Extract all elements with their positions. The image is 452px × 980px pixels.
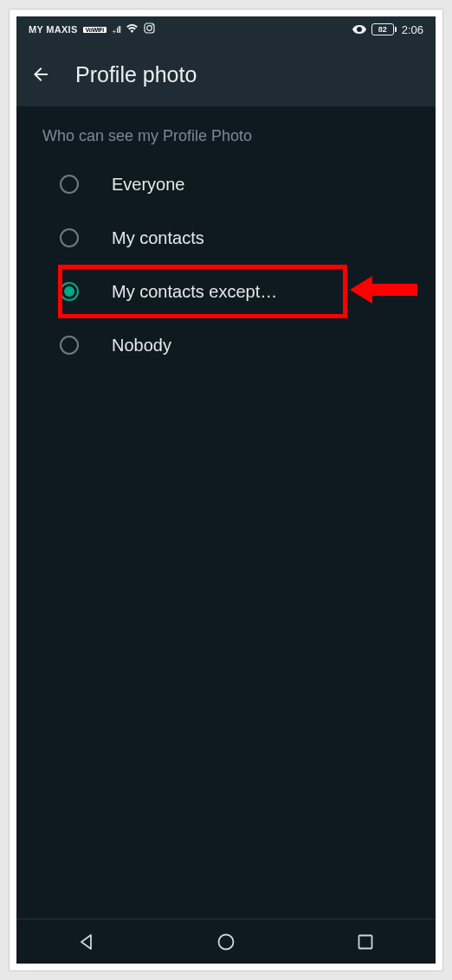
- radio-icon: [60, 228, 79, 247]
- wifi-icon: [126, 23, 139, 36]
- svg-point-1: [147, 26, 152, 31]
- clock: 2:06: [402, 23, 423, 36]
- option-label: Everyone: [112, 175, 185, 195]
- option-my-contacts[interactable]: My contacts: [30, 211, 422, 265]
- nav-home-button[interactable]: [191, 925, 261, 959]
- phone-frame: MY MAXIS VoWiFi ₊ıll 82 2:06: [9, 9, 443, 971]
- content: Who can see my Profile Photo Everyone My…: [16, 106, 436, 372]
- svg-rect-6: [359, 935, 372, 948]
- status-right: 82 2:06: [352, 23, 423, 36]
- back-button[interactable]: [30, 64, 51, 85]
- option-my-contacts-except[interactable]: My contacts except…: [30, 265, 422, 318]
- triangle-back-icon: [77, 932, 96, 951]
- nav-recent-button[interactable]: [331, 925, 400, 959]
- option-label: My contacts: [112, 228, 204, 248]
- page-title: Profile photo: [75, 62, 197, 87]
- circle-home-icon: [216, 932, 236, 951]
- carrier-label: MY MAXIS: [29, 24, 78, 35]
- eye-icon: [352, 23, 366, 36]
- nav-back-button[interactable]: [52, 925, 121, 959]
- option-label: My contacts except…: [112, 282, 277, 302]
- status-left: MY MAXIS VoWiFi ₊ıll: [29, 22, 155, 36]
- svg-point-5: [218, 934, 233, 949]
- screen: MY MAXIS VoWiFi ₊ıll 82 2:06: [16, 16, 436, 964]
- instagram-icon: [144, 22, 155, 36]
- app-bar: Profile photo: [16, 42, 436, 106]
- battery-icon: 82: [371, 23, 397, 35]
- svg-point-2: [152, 24, 153, 26]
- section-label: Who can see my Profile Photo: [42, 127, 422, 145]
- signal-icon: ₊ıll: [112, 24, 120, 35]
- option-everyone[interactable]: Everyone: [30, 157, 422, 211]
- radio-icon: [60, 336, 79, 355]
- option-nobody[interactable]: Nobody: [30, 318, 422, 372]
- option-label: Nobody: [112, 336, 171, 355]
- square-recent-icon: [356, 932, 375, 951]
- radio-icon: [60, 175, 79, 194]
- status-bar: MY MAXIS VoWiFi ₊ıll 82 2:06: [16, 16, 436, 42]
- svg-point-3: [358, 28, 360, 30]
- battery-level: 82: [371, 23, 394, 35]
- vowifi-badge: VoWiFi: [83, 27, 107, 33]
- navigation-bar: [16, 919, 436, 964]
- radio-icon-checked: [60, 282, 79, 301]
- highlighted-option-wrap: My contacts except…: [30, 265, 422, 318]
- arrow-back-icon: [30, 64, 51, 85]
